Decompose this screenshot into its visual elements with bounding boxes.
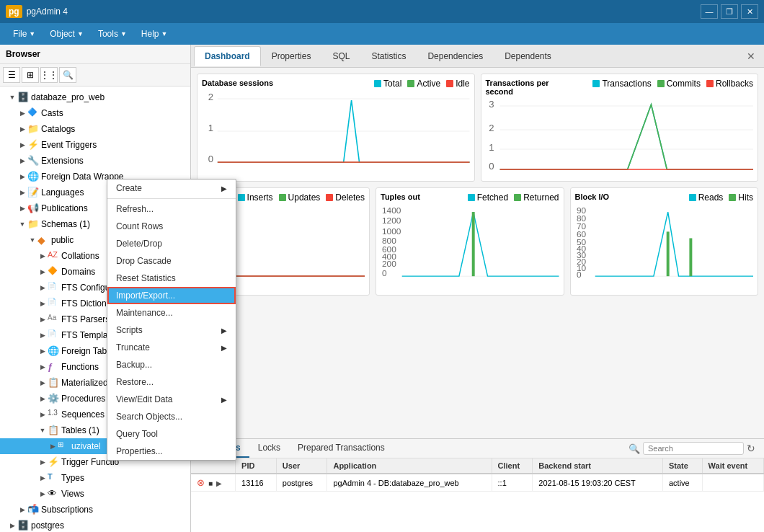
- ctx-maintenance[interactable]: Maintenance...: [107, 304, 236, 322]
- ctx-query-tool[interactable]: Query Tool: [107, 425, 236, 443]
- ctx-scripts[interactable]: Scripts ▶: [107, 322, 236, 339]
- ctx-restore[interactable]: Restore...: [107, 373, 236, 391]
- ctx-search-objects[interactable]: Search Objects...: [107, 408, 236, 425]
- context-menu-overlay[interactable]: Create ▶ Refresh... Count Rows Delete/Dr…: [0, 0, 764, 532]
- context-menu: Create ▶ Refresh... Count Rows Delete/Dr…: [107, 179, 236, 461]
- ctx-create[interactable]: Create ▶: [107, 179, 236, 197]
- ctx-drop-cascade[interactable]: Drop Cascade: [107, 252, 236, 270]
- ctx-count-rows[interactable]: Count Rows: [107, 218, 236, 235]
- ctx-reset-statistics[interactable]: Reset Statistics: [107, 270, 236, 287]
- ctx-truncate-arrow: ▶: [221, 344, 227, 352]
- ctx-scripts-arrow: ▶: [221, 327, 227, 334]
- ctx-delete-drop[interactable]: Delete/Drop: [107, 235, 236, 252]
- ctx-view-edit-data[interactable]: View/Edit Data ▶: [107, 391, 236, 408]
- ctx-view-edit-arrow: ▶: [221, 396, 227, 404]
- ctx-properties[interactable]: Properties...: [107, 443, 236, 460]
- ctx-import-export[interactable]: Import/Export...: [107, 287, 236, 304]
- ctx-refresh[interactable]: Refresh...: [107, 200, 236, 218]
- ctx-divider-1: [107, 198, 236, 199]
- ctx-create-arrow: ▶: [221, 185, 227, 192]
- ctx-truncate[interactable]: Truncate ▶: [107, 339, 236, 356]
- ctx-backup[interactable]: Backup...: [107, 356, 236, 373]
